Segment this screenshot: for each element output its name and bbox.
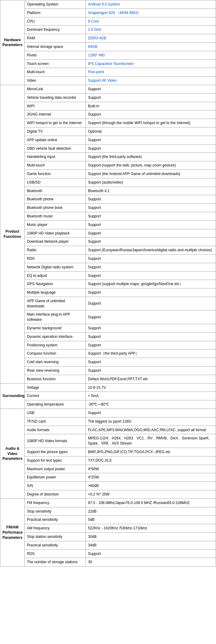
table-row: VideoSupport 4K Video [0, 77, 216, 85]
param-cell: USB/SD [25, 178, 86, 187]
table-row: APP Game of unlimited downloadsSupport [0, 297, 216, 310]
value-cell: 522Khz - 1620Khz /530khz-1710khz [86, 524, 216, 533]
param-cell: GPS Navigation [25, 280, 86, 288]
table-row: Music playerSupport [0, 220, 216, 229]
table-row: Internal storage space64GB [0, 42, 216, 51]
table-row: Support for text typesTXT,DOC,XLS [0, 456, 216, 465]
param-cell: 1080P HD Video playback [25, 229, 86, 238]
table-row: Hardware ParametersOpereating SystemAndr… [0, 0, 216, 9]
value-cell: Support [86, 263, 216, 271]
value-cell: TXT,DOC,XLS [86, 456, 216, 465]
param-cell: MirrorLink [25, 85, 86, 93]
table-row: Digital TVOptional [0, 127, 216, 136]
value-cell: Support [86, 271, 216, 280]
param-cell: Audio formats [25, 426, 86, 434]
value-cell: 2.0 GHz [86, 26, 216, 34]
value-cell: 64GB [86, 42, 216, 51]
value-cell: DDR3 4GB [86, 34, 216, 43]
table-row: Compass functionSupport（the third-party … [0, 349, 216, 358]
param-cell: Stop sensitivity [25, 507, 86, 516]
value-cell: Support (support the web, picture, map z… [86, 161, 216, 170]
param-cell: FM frequency [25, 499, 86, 507]
table-row: Operating temperature-30℃—80℃ [0, 400, 216, 409]
table-row: BluetoothBluetooth 4.1 [0, 187, 216, 195]
param-cell: EQ to adjust [25, 271, 86, 280]
param-cell: The number of storage stations [25, 558, 86, 567]
table-row: WIFI hotspot to get to the InternetSuppo… [0, 119, 216, 127]
param-cell: Handwriting input [25, 153, 86, 161]
value-cell: 22dB [86, 507, 216, 516]
table-row: S/N>60dB [0, 482, 216, 490]
param-cell: Practical sensitivity [25, 541, 86, 549]
table-row: Rear view reversingSupport [0, 367, 216, 375]
value-cell: 5dB [86, 516, 216, 524]
param-cell: Vehicle traveling data recorder [25, 93, 86, 102]
value-cell: Support [86, 254, 216, 263]
value-cell: Optional [86, 127, 216, 136]
param-cell: RAM [25, 34, 86, 43]
param-cell: Music player [25, 220, 86, 229]
table-row: AM frequency522Khz - 1620Khz /530khz-171… [0, 524, 216, 533]
param-cell: Bluetooth phone [25, 195, 86, 204]
param-cell: Digital TV [25, 127, 86, 136]
param-cell: Practical sensitivity [25, 516, 86, 524]
param-cell: Cold start reversing [25, 358, 86, 367]
table-row: APP update onlineSupport [0, 136, 216, 144]
param-cell: Compass function [25, 349, 86, 358]
table-row: Practical sensitivity5dB [0, 516, 216, 524]
param-cell: Opereating System [25, 0, 86, 9]
value-cell: Support (European/Russia/Japan/America/d… [86, 246, 216, 255]
value-cell: 8 Core [86, 17, 216, 26]
value-cell: Support [86, 136, 216, 144]
table-row: Multiple lauguageSupport [0, 288, 216, 297]
table-row: Game functionSupport (the Android APP Ga… [0, 170, 216, 178]
param-cell: Stop station sensitvity [25, 533, 86, 541]
param-cell: 1080P HD Video formats [25, 434, 86, 448]
param-cell: Rear view reversing [25, 367, 86, 375]
table-row: Business functionDefaut Word,PDF,Excel,P… [0, 375, 216, 383]
value-cell: Support [86, 332, 216, 341]
value-cell: 4*60W [86, 465, 216, 473]
value-cell: Support [86, 195, 216, 204]
value-cell: The biggest su pport 128G [86, 417, 216, 426]
value-cell: 1280* 480 [86, 51, 216, 59]
value-cell: Support [86, 220, 216, 229]
specs-table: Hardware ParametersOpereating SystemAndr… [0, 0, 216, 567]
value-cell: Bluetooth 4.1 [86, 187, 216, 195]
table-row: GPS NavigationSupport (support multiple … [0, 280, 216, 288]
table-row: Equilibrium power4*25W [0, 473, 216, 482]
param-cell: Bluetooth [25, 187, 86, 195]
table-row: Bluetooth musicSupport [0, 212, 216, 220]
table-row: Audio & Video ParametersUSBSupport [0, 409, 216, 417]
table-row: RAMDDR3 4GB [0, 34, 216, 43]
table-row: Multi-touchFive-point [0, 68, 216, 77]
param-cell: 3G/4G Internet [25, 110, 86, 119]
value-cell: FLAC,APE,MP3,WAV,WMA,OGG,MID,AAC,RM,LFAC… [86, 426, 216, 434]
param-cell: Download Network player [25, 238, 86, 246]
param-cell: Maximum output power [25, 465, 86, 473]
value-cell: Snapdragon 625 （MSM 8953） [86, 9, 216, 17]
value-cell: Support (the third-party software) [86, 153, 216, 161]
table-row: USB/SDSupport (audio/video) [0, 178, 216, 187]
param-cell: Platform [25, 9, 86, 17]
value-cell: Support [86, 324, 216, 333]
value-cell: Support [86, 341, 216, 349]
value-cell: 4*25W [86, 473, 216, 482]
param-cell: Internal storage space [25, 42, 86, 51]
value-cell: Support [86, 144, 216, 153]
param-cell: Degree of distortion [25, 490, 86, 499]
param-cell: TF/SD card [25, 417, 86, 426]
value-cell: MPEG-1/2/4、H264、H263、VC1、RV、RMVB、DivX、So… [86, 434, 216, 448]
table-row: Positioning systemSupport [0, 341, 216, 349]
table-row: RadioSupport (European/Russia/Japan/Amer… [0, 246, 216, 255]
param-cell: Business function [25, 375, 86, 383]
value-cell: 30dB [86, 533, 216, 541]
table-row: Dynamic backgroundSupport [0, 324, 216, 333]
table-row: SurroundingVoltage10.8-15.7V [0, 383, 216, 392]
param-cell: Multiple lauguage [25, 288, 86, 297]
table-row: PlatformSnapdragon 625 （MSM 8953） [0, 9, 216, 17]
param-cell: AM frequency [25, 524, 86, 533]
table-row: WIFIBuilt-in [0, 102, 216, 110]
param-cell: USB [25, 409, 86, 417]
table-row: Dynamic operation interfaceSupport [0, 332, 216, 341]
